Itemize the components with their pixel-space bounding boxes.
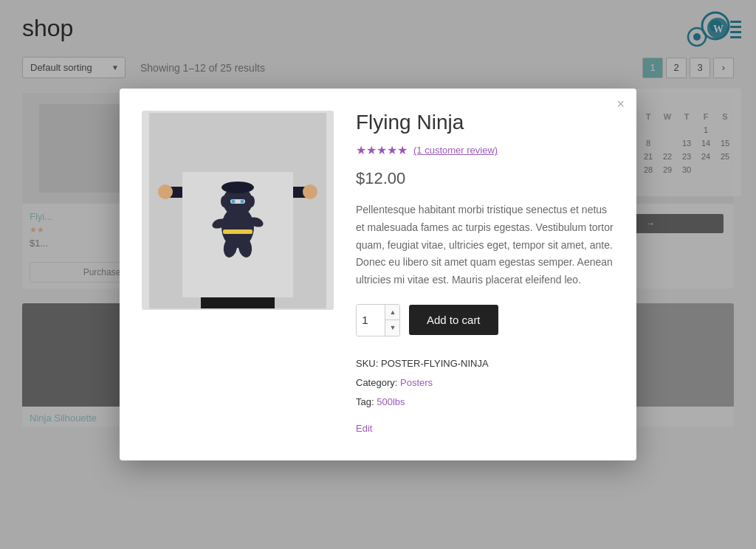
add-to-cart-button[interactable]: Add to cart	[409, 305, 498, 335]
tag-row: Tag: 500lbs	[356, 393, 614, 412]
modal-product-image	[142, 111, 334, 310]
quantity-input[interactable]	[357, 305, 385, 336]
tag-label: Tag:	[356, 396, 374, 407]
quantity-input-wrap: ▲ ▼	[356, 304, 400, 336]
edit-link[interactable]: Edit	[356, 423, 372, 434]
modal-close-button[interactable]: ×	[616, 97, 625, 111]
category-link[interactable]: Posters	[400, 377, 433, 388]
svg-point-34	[221, 182, 254, 193]
svg-point-26	[241, 199, 244, 203]
modal-description: Pellentesque habitant morbi tristique se…	[356, 201, 614, 289]
sku-value: POSTER-FLYING-NINJA	[381, 358, 489, 369]
svg-point-17	[303, 184, 317, 199]
product-meta: SKU: POSTER-FLYING-NINJA Category: Poste…	[356, 354, 614, 438]
svg-point-27	[221, 196, 228, 207]
svg-point-16	[158, 184, 173, 199]
modal-details: Flying Ninja ★★★★★ (1 customer review) $…	[356, 111, 614, 438]
star-rating: ★★★★★	[356, 143, 408, 157]
svg-point-25	[232, 199, 236, 203]
svg-rect-33	[223, 229, 252, 234]
modal-product-title: Flying Ninja	[356, 111, 614, 134]
add-to-cart-row: ▲ ▼ Add to cart	[356, 304, 614, 336]
sku-label: SKU:	[356, 358, 378, 369]
category-row: Category: Posters	[356, 373, 614, 393]
quantity-down-button[interactable]: ▼	[385, 320, 400, 336]
product-modal: ×	[120, 89, 636, 460]
tag-link[interactable]: 500lbs	[377, 396, 405, 407]
category-label: Category:	[356, 377, 397, 388]
quantity-arrows: ▲ ▼	[385, 305, 400, 336]
modal-overlay[interactable]: ×	[0, 0, 756, 549]
modal-price: $12.00	[356, 169, 614, 188]
stars-row: ★★★★★ (1 customer review)	[356, 143, 614, 157]
quantity-up-button[interactable]: ▲	[385, 305, 400, 320]
svg-point-28	[247, 196, 255, 207]
review-link[interactable]: (1 customer review)	[413, 145, 498, 156]
sku-row: SKU: POSTER-FLYING-NINJA	[356, 354, 614, 373]
flying-ninja-poster-svg	[149, 113, 326, 308]
